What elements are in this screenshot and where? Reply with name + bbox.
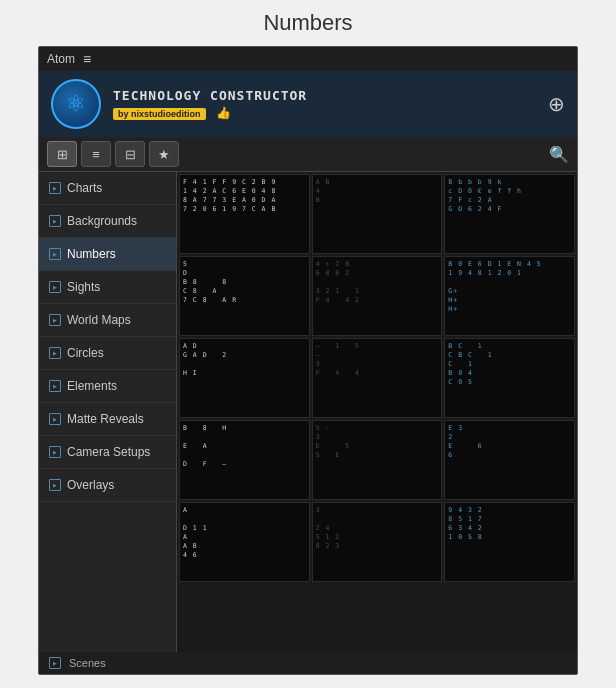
sidebar-item-icon — [49, 479, 61, 491]
grid-cell-3[interactable]: 8 b b b 9 k c D 0 € e f f h 7 F c 2 A G … — [444, 174, 575, 254]
sidebar-item-icon — [49, 182, 61, 194]
grid-cell-13[interactable]: A D 1 1 A A B 4 6 — [179, 502, 310, 582]
grid-cell-1[interactable]: F 4 1 F F 9 C 2 B 9 1 4 2 A C 6 E 0 4 8 … — [179, 174, 310, 254]
cell-content-7: A D G A D 2 H I — [180, 339, 309, 417]
cell-content-15: 9 4 3 2 8 5 1 7 6 3 4 2 1 0 5 8 — [445, 503, 574, 581]
grid-cell-7[interactable]: A D G A D 2 H I — [179, 338, 310, 418]
sidebar-item-icon — [49, 215, 61, 227]
crosshair-icon[interactable]: ⊕ — [548, 92, 565, 116]
sidebar-item-overlays[interactable]: Overlays — [39, 469, 176, 502]
scenes-label[interactable]: Scenes — [69, 657, 106, 669]
sidebar-item-matte-reveals[interactable]: Matte Reveals — [39, 403, 176, 436]
cell-content-11: 5 - 3 E 5 5 E — [313, 421, 442, 499]
cell-content-4: 5 D B 8 8 C 8 A 7 C 8 A R — [180, 257, 309, 335]
menu-icon[interactable]: ≡ — [83, 51, 91, 67]
cell-content-10: B 8 H E A D F — — [180, 421, 309, 499]
logo: ⚛ — [51, 79, 101, 129]
sidebar-item-label: Overlays — [67, 478, 114, 492]
sidebar-item-elements[interactable]: Elements — [39, 370, 176, 403]
grid-cell-5[interactable]: 4 + 2 B 6 8 8 2 3 2 1 1 F 4 4 2 — [312, 256, 443, 336]
grid-cell-4[interactable]: 5 D B 8 8 C 8 A 7 C 8 A R — [179, 256, 310, 336]
detail-view-button[interactable]: ⊟ — [115, 141, 145, 167]
header-text: TECHNOLOGY CONSTRUCTOR by nixstudioediti… — [113, 88, 565, 121]
star-icon: ★ — [158, 147, 170, 162]
cell-content-8: — 1 5 — 3 F 4 4 — [313, 339, 442, 417]
sidebar: Charts Backgrounds Numbers Sights World … — [39, 172, 177, 652]
cell-content-9: B C 1 C B C 1 C 1 B 0 4 C 0 5 — [445, 339, 574, 417]
toolbar: ⊞ ≡ ⊟ ★ 🔍 — [39, 137, 577, 172]
sidebar-item-charts[interactable]: Charts — [39, 172, 176, 205]
sidebar-item-icon — [49, 380, 61, 392]
cell-content-12: E 3 2 E 6 6 — [445, 421, 574, 499]
sidebar-item-label: Camera Setups — [67, 445, 150, 459]
top-bar: Atom ≡ — [39, 47, 577, 71]
atom-icon: ⚛ — [66, 91, 86, 117]
product-title: TECHNOLOGY CONSTRUCTOR — [113, 88, 565, 103]
page-title: Numbers — [263, 10, 352, 36]
like-icon[interactable]: 👍 — [216, 106, 231, 120]
grid-cell-10[interactable]: B 8 H E A D F — — [179, 420, 310, 500]
sidebar-item-icon — [49, 314, 61, 326]
header-banner: ⚛ TECHNOLOGY CONSTRUCTOR by nixstudioedi… — [39, 71, 577, 137]
bottom-bar[interactable]: Scenes — [39, 652, 577, 674]
content-grid: F 4 1 F F 9 C 2 B 9 1 4 2 A C 6 E 0 4 8 … — [177, 172, 577, 652]
cell-content-5: 4 + 2 B 6 8 8 2 3 2 1 1 F 4 4 2 — [313, 257, 442, 335]
filter-button[interactable]: ⊞ — [47, 141, 77, 167]
cell-content-6: B 0 E 6 D 1 E N 4 5 1 9 4 8 1 2 0 1 G+ H… — [445, 257, 574, 335]
sidebar-item-label: Backgrounds — [67, 214, 137, 228]
cell-content-1: F 4 1 F F 9 C 2 B 9 1 4 2 A C 6 E 0 4 8 … — [180, 175, 309, 253]
sidebar-item-icon — [49, 248, 61, 260]
sidebar-item-world-maps[interactable]: World Maps — [39, 304, 176, 337]
grid-cell-6[interactable]: B 0 E 6 D 1 E N 4 5 1 9 4 8 1 2 0 1 G+ H… — [444, 256, 575, 336]
sidebar-item-sights[interactable]: Sights — [39, 271, 176, 304]
sidebar-item-backgrounds[interactable]: Backgrounds — [39, 205, 176, 238]
main-layout: Charts Backgrounds Numbers Sights World … — [39, 172, 577, 652]
list-view-button[interactable]: ≡ — [81, 141, 111, 167]
sidebar-item-icon — [49, 347, 61, 359]
sidebar-item-label: Sights — [67, 280, 100, 294]
atom-label: Atom — [47, 52, 75, 66]
grid-cell-12[interactable]: E 3 2 E 6 6 — [444, 420, 575, 500]
favorites-button[interactable]: ★ — [149, 141, 179, 167]
sidebar-item-label: Elements — [67, 379, 117, 393]
cell-content-3: 8 b b b 9 k c D 0 € e f f h 7 F c 2 A G … — [445, 175, 574, 253]
sidebar-item-label: Circles — [67, 346, 104, 360]
list-icon: ≡ — [92, 147, 100, 162]
sidebar-item-icon — [49, 446, 61, 458]
author-badge[interactable]: by nixstudioedition — [113, 108, 206, 120]
sidebar-item-label: Matte Reveals — [67, 412, 144, 426]
scenes-icon — [49, 657, 61, 669]
sidebar-item-label: Charts — [67, 181, 102, 195]
grid-cell-15[interactable]: 9 4 3 2 8 5 1 7 6 3 4 2 1 0 5 8 — [444, 502, 575, 582]
grid-cell-2[interactable]: A B 4 B — [312, 174, 443, 254]
sidebar-item-circles[interactable]: Circles — [39, 337, 176, 370]
grid-cell-14[interactable]: 3 2 4 5 1 2 8 2 3 — [312, 502, 443, 582]
grid-cell-8[interactable]: — 1 5 — 3 F 4 4 — [312, 338, 443, 418]
detail-icon: ⊟ — [125, 147, 136, 162]
sidebar-item-icon — [49, 281, 61, 293]
grid-cell-11[interactable]: 5 - 3 E 5 5 E — [312, 420, 443, 500]
sidebar-item-camera-setups[interactable]: Camera Setups — [39, 436, 176, 469]
sidebar-item-numbers[interactable]: Numbers — [39, 238, 176, 271]
cell-content-13: A D 1 1 A A B 4 6 — [180, 503, 309, 581]
cell-content-2: A B 4 B — [313, 175, 442, 253]
grid-cell-9[interactable]: B C 1 C B C 1 C 1 B 0 4 C 0 5 — [444, 338, 575, 418]
search-button[interactable]: 🔍 — [549, 145, 569, 164]
app-window: Atom ≡ ⚛ TECHNOLOGY CONSTRUCTOR by nixst… — [38, 46, 578, 675]
sidebar-item-label: World Maps — [67, 313, 131, 327]
filter-icon: ⊞ — [57, 147, 68, 162]
sidebar-item-icon — [49, 413, 61, 425]
sidebar-item-label: Numbers — [67, 247, 116, 261]
cell-content-14: 3 2 4 5 1 2 8 2 3 — [313, 503, 442, 581]
